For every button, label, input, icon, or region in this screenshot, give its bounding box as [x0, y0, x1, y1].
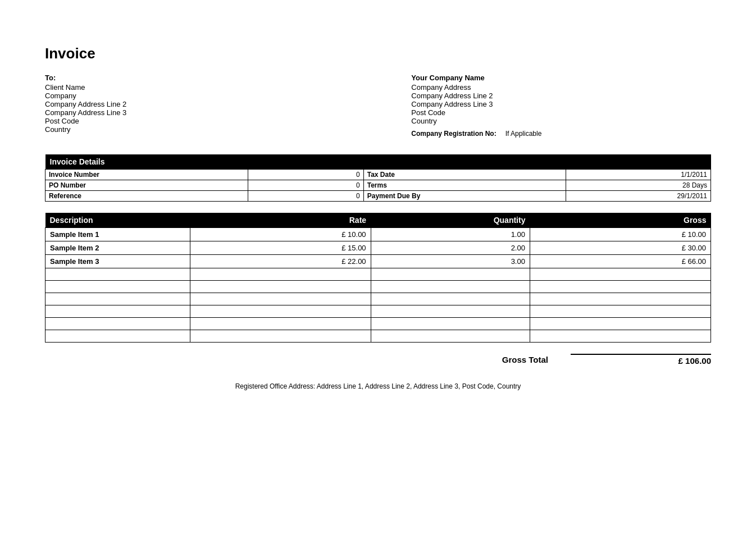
details-label-3: Reference: [45, 191, 248, 202]
client-address-line2: Company Address Line 2: [45, 100, 345, 108]
details-right-label-2: Terms: [363, 180, 566, 191]
item-desc-3: Sample Item 3: [45, 255, 190, 268]
col-description: Description: [45, 213, 190, 228]
details-row-2: PO Number 0 Terms 28 Days: [45, 180, 711, 191]
gross-total-value: £ 106.00: [571, 354, 711, 366]
empty-desc-1: [45, 268, 190, 281]
reg-value: If Applicable: [505, 130, 542, 138]
details-right-value-3: 29/1/2011: [566, 191, 711, 202]
item-row-2: Sample Item 2 £ 15.00 2.00 £ 30.00: [45, 241, 711, 255]
client-company: Company: [45, 92, 345, 100]
empty-row-3: [45, 293, 711, 305]
empty-row-1: [45, 268, 711, 281]
to-block: To: Client Name Company Company Address …: [45, 74, 345, 138]
details-row-3: Reference 0 Payment Due By 29/1/2011: [45, 191, 711, 202]
empty-row-2: [45, 281, 711, 293]
item-qty-2: 2.00: [371, 241, 530, 255]
details-right-label-3: Payment Due By: [363, 191, 566, 202]
client-post-code: Post Code: [45, 117, 345, 125]
empty-row-6: [45, 330, 711, 343]
item-rate-3: £ 22.00: [190, 255, 371, 268]
details-right-value-1: 1/1/2011: [566, 170, 711, 180]
details-value-2: 0: [248, 180, 363, 191]
item-row-3: Sample Item 3 £ 22.00 3.00 £ 66.00: [45, 255, 711, 268]
gross-total-label: Gross Total: [502, 355, 548, 364]
company-post-code: Post Code: [411, 108, 711, 117]
client-address-line3: Company Address Line 3: [45, 108, 345, 117]
company-address: Company Address: [411, 83, 711, 92]
header-section: To: Client Name Company Company Address …: [45, 74, 711, 138]
item-qty-1: 1.00: [371, 228, 530, 241]
invoice-details-header: Invoice Details: [45, 154, 711, 170]
details-right-value-2: 28 Days: [566, 180, 711, 191]
item-rate-1: £ 10.00: [190, 228, 371, 241]
col-quantity: Quantity: [371, 213, 530, 228]
empty-row-5: [45, 318, 711, 330]
col-rate: Rate: [190, 213, 371, 228]
item-row-1: Sample Item 1 £ 10.00 1.00 £ 10.00: [45, 228, 711, 241]
reg-line: Company Registration No: If Applicable: [411, 130, 711, 138]
invoice-page: Invoice To: Client Name Company Company …: [0, 0, 756, 534]
col-gross: Gross: [530, 213, 711, 228]
invoice-title: Invoice: [45, 45, 711, 62]
details-right-label-1: Tax Date: [363, 170, 566, 180]
to-label: To:: [45, 74, 345, 82]
empty-rate-1: [190, 268, 371, 281]
item-gross-2: £ 30.00: [530, 241, 711, 255]
details-row-1: Invoice Number 0 Tax Date 1/1/2011: [45, 170, 711, 180]
client-name: Client Name: [45, 83, 345, 92]
item-qty-3: 3.00: [371, 255, 530, 268]
invoice-details-table: Invoice Details Invoice Number 0 Tax Dat…: [45, 154, 711, 202]
item-rate-2: £ 15.00: [190, 241, 371, 255]
company-address-line2: Company Address Line 2: [411, 92, 711, 100]
reg-label: Company Registration No:: [411, 130, 496, 138]
company-country: Country: [411, 117, 711, 125]
details-value-1: 0: [248, 170, 363, 180]
client-country: Country: [45, 125, 345, 134]
empty-qty-1: [371, 268, 530, 281]
gross-total-section: Gross Total £ 106.00: [45, 354, 711, 366]
details-value-3: 0: [248, 191, 363, 202]
empty-gross-1: [530, 268, 711, 281]
empty-row-4: [45, 305, 711, 318]
footer: Registered Office Address: Address Line …: [45, 382, 711, 390]
items-table: Description Rate Quantity Gross Sample I…: [45, 213, 711, 343]
details-label-1: Invoice Number: [45, 170, 248, 180]
company-address-line3: Company Address Line 3: [411, 100, 711, 108]
company-block: Your Company Name Company Address Compan…: [411, 74, 711, 138]
item-gross-1: £ 10.00: [530, 228, 711, 241]
item-desc-2: Sample Item 2: [45, 241, 190, 255]
item-desc-1: Sample Item 1: [45, 228, 190, 241]
details-label-2: PO Number: [45, 180, 248, 191]
item-gross-3: £ 66.00: [530, 255, 711, 268]
company-name: Your Company Name: [411, 74, 711, 82]
